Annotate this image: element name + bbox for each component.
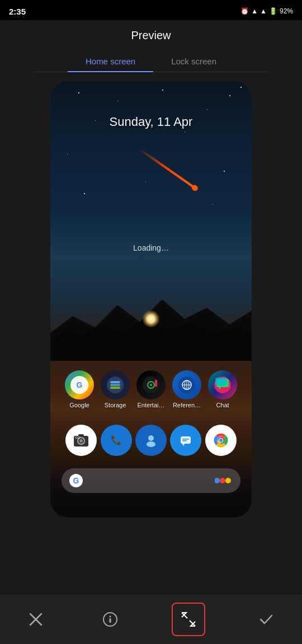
loading-text: Loading… xyxy=(50,243,252,252)
sun-glow xyxy=(143,311,159,327)
star xyxy=(117,101,118,101)
star xyxy=(84,193,85,194)
close-button[interactable] xyxy=(22,606,49,633)
star xyxy=(185,131,185,132)
app-item-entertainment[interactable]: Entertai… xyxy=(136,370,166,408)
status-icons: ⏰ ▲ ▲ 🔋 92% xyxy=(240,7,293,15)
phone-frame: Sunday, 11 Apr Loading… G Google xyxy=(50,81,252,518)
wifi-icon: ▲ xyxy=(251,7,258,15)
svg-point-30 xyxy=(147,441,155,447)
app-item-reference[interactable]: Referen… xyxy=(172,370,201,408)
svg-line-48 xyxy=(182,613,187,618)
messages-dock-icon[interactable] xyxy=(170,425,201,456)
status-bar: 2:35 ⏰ ▲ ▲ 🔋 92% xyxy=(0,0,302,20)
svg-point-42 xyxy=(225,478,231,483)
app-item-chat[interactable]: Chat xyxy=(208,370,237,408)
entertainment-app-label: Entertai… xyxy=(138,402,165,408)
header: Preview Home screen Lock screen xyxy=(0,20,302,72)
star xyxy=(78,92,79,93)
reference-app-icon xyxy=(172,370,201,399)
svg-rect-6 xyxy=(110,384,120,386)
app-item-storage[interactable]: Storage xyxy=(101,370,130,408)
svg-rect-34 xyxy=(182,439,189,440)
google-dots xyxy=(215,477,233,485)
svg-rect-5 xyxy=(110,381,120,383)
svg-point-23 xyxy=(79,439,83,443)
svg-text:G: G xyxy=(77,380,83,389)
svg-rect-7 xyxy=(110,387,120,389)
svg-text:GO: GO xyxy=(75,436,81,439)
svg-rect-11 xyxy=(155,380,157,387)
svg-line-49 xyxy=(190,621,195,626)
star xyxy=(240,87,242,88)
chat-app-icon xyxy=(208,370,237,399)
app-item-google[interactable]: G Google xyxy=(65,370,94,408)
svg-text:📞: 📞 xyxy=(111,435,122,445)
star xyxy=(229,95,230,96)
battery-icon: 🔋 xyxy=(269,7,277,15)
google-g-logo: G xyxy=(69,474,83,487)
svg-point-40 xyxy=(215,478,220,483)
status-time: 2:35 xyxy=(9,7,26,16)
phone-date: Sunday, 11 Apr xyxy=(50,115,252,129)
svg-rect-20 xyxy=(215,378,226,386)
bottom-nav xyxy=(0,595,302,644)
svg-point-39 xyxy=(219,439,223,442)
battery-percent: 92% xyxy=(280,7,293,15)
svg-rect-47 xyxy=(110,618,111,623)
reference-app-label: Referen… xyxy=(173,402,201,408)
svg-rect-32 xyxy=(181,436,191,444)
contacts-dock-icon[interactable] xyxy=(135,425,167,456)
svg-point-10 xyxy=(150,384,152,386)
expand-button[interactable] xyxy=(172,603,205,636)
svg-rect-35 xyxy=(182,440,187,441)
confirm-button[interactable] xyxy=(253,606,280,633)
tab-home-screen[interactable]: Home screen xyxy=(68,51,153,72)
svg-point-46 xyxy=(110,616,111,618)
svg-point-41 xyxy=(220,478,225,483)
page-title: Preview xyxy=(0,29,302,42)
preview-area: Sunday, 11 Apr Loading… G Google xyxy=(0,72,302,518)
google-app-icon: G xyxy=(65,370,94,399)
star xyxy=(145,182,146,182)
tabs-container: Home screen Lock screen xyxy=(34,51,268,72)
signal-icon: ▲ xyxy=(260,7,267,15)
storage-app-label: Storage xyxy=(105,402,126,408)
star xyxy=(213,204,213,205)
star xyxy=(224,171,225,172)
star xyxy=(162,90,163,91)
star xyxy=(67,154,68,154)
camera-dock-icon[interactable]: GO xyxy=(65,425,97,456)
info-button[interactable] xyxy=(97,606,124,633)
app-icons-row: G Google Storage xyxy=(50,370,252,408)
chrome-dock-icon[interactable] xyxy=(205,425,237,456)
search-bar[interactable]: G xyxy=(62,468,240,493)
dock-row: GO 📞 xyxy=(50,425,252,456)
chat-app-label: Chat xyxy=(216,402,229,408)
storage-app-icon xyxy=(101,370,130,399)
phone-dock-icon[interactable]: 📞 xyxy=(101,425,132,456)
star xyxy=(207,109,207,110)
alarm-icon: ⏰ xyxy=(240,7,249,15)
entertainment-app-icon xyxy=(136,370,166,399)
tab-lock-screen[interactable]: Lock screen xyxy=(153,51,234,72)
svg-point-29 xyxy=(148,435,154,441)
google-app-label: Google xyxy=(69,402,89,408)
